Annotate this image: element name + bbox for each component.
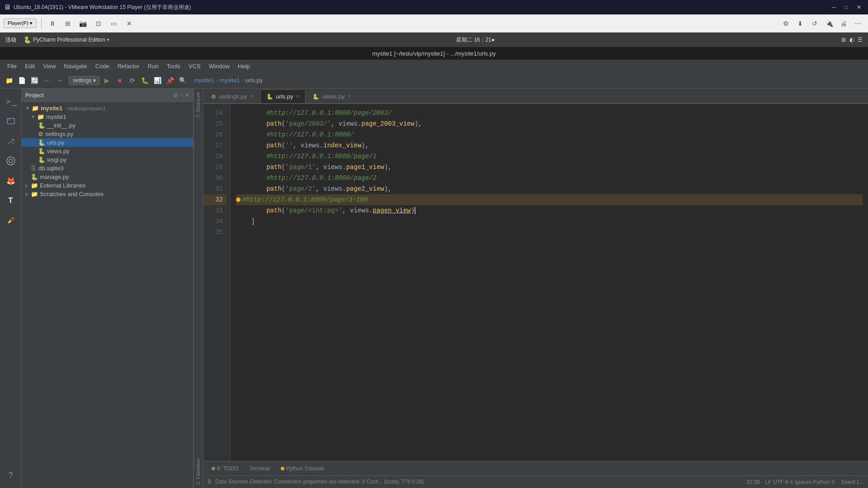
help-icon[interactable]: ? [2, 466, 20, 484]
gnome-keyboard-icon[interactable]: ⊞ [841, 37, 846, 43]
send-ctrl-alt-del[interactable]: ⊞ [61, 17, 74, 30]
menu-view[interactable]: View [39, 62, 59, 70]
svg-rect-1 [7, 118, 10, 121]
tree-root-mysite1[interactable]: ▼ 📁 mysite1 ~/tedu/vip/mysite1 [22, 104, 193, 113]
tree-wsgi-py[interactable]: 🐍 wsgi.py [22, 155, 193, 164]
tab-views[interactable]: 🐍 views.py ✕ [307, 89, 357, 103]
debug-btn[interactable]: 🐛 [140, 75, 151, 86]
ln-32: 32 [203, 194, 226, 205]
tree-views-py[interactable]: 🐍 views.py [22, 147, 193, 155]
tab-views-close[interactable]: ✕ [347, 94, 351, 99]
structure-label[interactable]: 7: Structure [194, 89, 203, 122]
menu-tools[interactable]: Tools [163, 62, 184, 70]
todo-tab[interactable]: 6: TODO [207, 465, 243, 473]
menu-vcs[interactable]: VCS [185, 62, 204, 70]
terminal-icon[interactable]: ＞_ [2, 92, 20, 110]
project-icon[interactable] [2, 112, 20, 130]
menu-code[interactable]: Code [92, 62, 113, 70]
cursor-position[interactable]: 32:38 [746, 479, 760, 485]
new-file-btn[interactable]: 📄 [16, 75, 27, 86]
ln-27: 27 [203, 140, 226, 151]
ln-28: 28 [203, 151, 226, 162]
gnome-menu-icon[interactable]: ☰ [858, 37, 863, 43]
stop-btn[interactable]: ■ [114, 75, 125, 86]
titlebar-icon: 🖥 [4, 3, 11, 11]
encoding-info[interactable]: LF UTF-8 4 spaces Python 3. [765, 479, 836, 485]
menu-refactor[interactable]: Refactor [114, 62, 143, 70]
fullscreen[interactable]: ▭ [108, 17, 120, 30]
paintbrush-icon[interactable]: 🖌 [2, 211, 20, 230]
ln-25: 25 [203, 118, 226, 129]
gnome-network-icon[interactable]: ◐ [849, 37, 854, 43]
tree-inner-mysite1[interactable]: ▼ 📁 mysite1 [22, 113, 193, 121]
player-menu[interactable]: Player(P) ▾ [4, 19, 37, 28]
more[interactable]: ⋯ [852, 17, 864, 30]
menu-window[interactable]: Window [205, 62, 233, 70]
tree-db-sqlite3[interactable]: 🗄 db.sqlite3 [22, 164, 193, 173]
tree-manage-py[interactable]: 🐍 manage.py [22, 173, 193, 181]
forward-btn[interactable]: → [54, 75, 65, 86]
tab-settings-close[interactable]: ✕ [250, 94, 254, 99]
gnome-topbar: 活动 🐍 PyCharm Professional Edition ▾ 星期二 … [0, 33, 868, 47]
menu-navigate[interactable]: Navigate [60, 62, 90, 70]
favorites-label[interactable]: 2: Favorites [194, 455, 203, 488]
event-log[interactable]: Event L... [841, 479, 864, 485]
back-btn[interactable]: ← [42, 75, 52, 86]
breadcrumb-mysite1[interactable]: mysite1 [194, 77, 214, 84]
status-notification[interactable]: Data Sources Detected: Connection proper… [215, 478, 424, 486]
vcs-icon[interactable]: ⎇ [2, 132, 20, 150]
ide-toolbar: 📁 📄 🔄 ← → settings ▾ ▶ ■ ⟳ 🐛 📊 📌 🔍 mysit… [0, 72, 868, 89]
project-header-icons: ⚙ − ✕ [173, 92, 189, 99]
code-line-27: path('', views.index_view), [236, 140, 863, 151]
firefox-icon[interactable]: 🦊 [2, 172, 20, 190]
tab-settings[interactable]: ⚙ settings.py ✕ [205, 89, 259, 103]
download[interactable]: ⬇ [794, 17, 807, 30]
menu-run[interactable]: Run [144, 62, 162, 70]
tab-urls[interactable]: 🐍 urls.py ✕ [260, 89, 306, 103]
menu-file[interactable]: File [4, 62, 20, 70]
project-collapse-icon[interactable]: − [180, 92, 183, 99]
coverage-btn[interactable]: 📊 [152, 75, 163, 86]
tree-scratches-consoles[interactable]: ▶ 📁 Scratches and Consoles [22, 190, 193, 198]
breadcrumb-mysite1-inner[interactable]: mysite1 [220, 77, 240, 84]
menu-edit[interactable]: Edit [21, 62, 38, 70]
tree-init-py[interactable]: 🐍 __init__.py [22, 121, 193, 130]
open-file-btn[interactable]: 📁 [4, 75, 14, 86]
status-bar: 🗄 Data Sources Detected: Connection prop… [203, 475, 868, 488]
tree-external-libraries[interactable]: ▶ 📁 External Libraries [22, 181, 193, 190]
pause-button[interactable]: ⏸ [46, 17, 59, 30]
unity[interactable]: ✕ [123, 17, 136, 30]
code-line-25: path('page/2003/', views.page_2003_view)… [236, 118, 863, 129]
rerun-btn[interactable]: ⟳ [127, 75, 138, 86]
revert-snapshot[interactable]: ⊡ [92, 17, 105, 30]
terminal-tab[interactable]: Terminal [245, 465, 274, 473]
minimize-button[interactable]: ─ [828, 3, 839, 11]
activities-button[interactable]: 活动 [5, 36, 16, 44]
ide-title-text: mysite1 [~/tedu/vip/mysite1] - .../mysit… [372, 50, 495, 57]
run-config-dropdown[interactable]: settings ▾ [69, 76, 100, 85]
chrome-icon[interactable] [2, 152, 20, 170]
maximize-button[interactable]: □ [841, 3, 852, 11]
window-titlebar: 🖥 Ubuntu_18.04(1911) - VMware Workstatio… [0, 0, 868, 14]
code-content[interactable]: #http://127.0.0.1:8000/page/2003/ path('… [231, 104, 868, 461]
tab-urls-close[interactable]: ✕ [296, 94, 300, 99]
run-btn[interactable]: ▶ [102, 75, 113, 86]
python-console-tab[interactable]: Python Console [276, 465, 329, 473]
refresh-vm[interactable]: ↺ [808, 17, 821, 30]
gnome-clock: 星期二 16：21● [109, 36, 841, 44]
vm-settings[interactable]: ⚙ [779, 17, 792, 30]
connect-usb[interactable]: 🔌 [823, 17, 835, 30]
code-editor[interactable]: 24 25 26 27 28 29 30 31 32 33 34 35 [203, 104, 868, 461]
profile-btn[interactable]: 📌 [165, 75, 176, 86]
search-everywhere-btn[interactable]: 🔍 [178, 75, 189, 86]
tree-urls-py[interactable]: 🐍 urls.py [22, 138, 193, 147]
close-button[interactable]: ✕ [854, 3, 864, 11]
reload-btn[interactable]: 🔄 [29, 75, 40, 86]
text-editor-icon[interactable]: T [2, 192, 20, 210]
tree-settings-py[interactable]: ⚙ settings.py [22, 130, 193, 138]
menu-help[interactable]: Help [234, 62, 254, 70]
project-settings-icon[interactable]: ⚙ [173, 92, 178, 99]
project-close-icon[interactable]: ✕ [185, 92, 189, 99]
print[interactable]: 🖨 [837, 17, 850, 30]
take-snapshot[interactable]: 📷 [77, 17, 90, 30]
